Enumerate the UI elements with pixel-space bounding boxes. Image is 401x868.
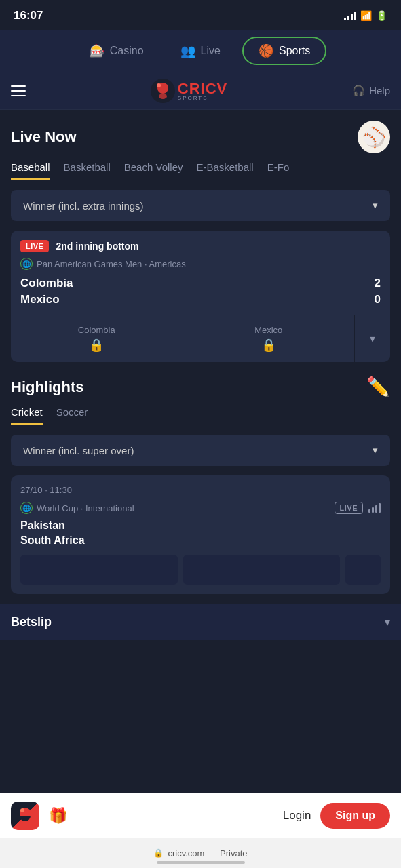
status-bar: 16:07 📶 🔋 [0,0,401,30]
highlights-winner-dropdown[interactable]: Winner (incl. super over) ▾ [11,435,390,466]
match-competition: 🌐 Pan American Games Men · Americas [20,258,381,270]
live-badge: LIVE [20,240,49,252]
tab-basketball[interactable]: Basketball [64,161,111,180]
betslip-bar[interactable]: Betslip ▾ [0,604,401,640]
highlight-right: LIVE [335,502,381,514]
match-teams: Colombia 2 Mexico 0 [20,277,381,307]
sports-tab[interactable]: 🏀 Sports [242,37,326,65]
home-indicator [157,861,245,864]
top-nav: 🎰 Casino 👥 Live 🏀 Sports [0,30,401,72]
odd-colombia-label: Colombia [78,325,115,335]
betslip-title: Betslip [11,615,52,629]
highlights-header: Highlights ✏️ [0,362,401,406]
odd-mexico[interactable]: Mexico 🔒 [183,315,356,362]
highlight-team1: Pakistan [20,519,381,532]
odd-colombia[interactable]: Colombia 🔒 [11,315,183,362]
headphones-icon: 🎧 [352,85,365,97]
signup-button[interactable]: Sign up [320,803,390,829]
highlight-odd-more[interactable] [345,555,381,585]
highlights-dropdown-label: Winner (incl. super over) [23,445,134,456]
highlight-comp-row: 🌐 World Cup · International LIVE [20,502,381,514]
highlight-competition: World Cup · International [37,503,134,513]
highlight-live-badge: LIVE [335,502,363,514]
highlights-tabs: Cricket Soccer [0,406,401,425]
odd-mexico-label: Mexico [254,325,282,335]
lock-icon-mexico: 🔒 [261,338,276,353]
sports-icon: 🏀 [259,43,273,58]
browser-private: — Private [208,848,247,859]
winner-dropdown[interactable]: Winner (incl. extra innings) ▾ [11,190,390,221]
team2-score: 0 [375,293,381,307]
highlight-odd-1[interactable] [20,555,178,585]
lock-icon-colombia: 🔒 [89,338,104,353]
casino-tab[interactable]: 🎰 Casino [75,38,159,64]
logo-icon [151,79,175,103]
lock-icon: 🔒 [153,848,164,858]
highlight-odd-2[interactable] [183,555,341,585]
highlights-title: Highlights [11,378,84,396]
main-content: Live Now ⚾ Baseball Basketball Beach Vol… [0,110,401,640]
more-odds-button[interactable]: ▾ [355,315,390,362]
highlight-match-card: 27/10 · 11:30 🌐 World Cup · Internationa… [11,475,390,594]
sports-tabs: Baseball Basketball Beach Volley E-Baske… [0,161,401,180]
browser-domain: cricv.com [168,848,204,859]
casino-icon: 🎰 [90,43,104,58]
pencil-icon: ✏️ [366,376,390,398]
signal-icon [344,11,356,20]
team2-row: Mexico 0 [20,293,381,307]
team1-score: 2 [375,277,381,290]
live-tab[interactable]: 👥 Live [166,38,235,64]
live-tab-label: Live [201,45,221,57]
gift-icon: 🎁 [49,807,67,825]
casino-tab-label: Casino [110,45,144,57]
highlight-team2: South Africa [20,534,381,547]
highlight-odds-row [20,555,381,585]
tab-e-fo[interactable]: E-Fo [267,161,290,180]
match-status: 2nd inning bottom [56,241,138,252]
status-time: 16:07 [14,9,43,22]
live-icon: 👥 [180,43,195,58]
live-now-header: Live Now ⚾ [0,110,401,161]
help-label: Help [369,85,390,96]
help-button[interactable]: 🎧 Help [352,85,390,97]
menu-button[interactable] [11,85,26,96]
globe-icon: 🌐 [20,258,33,270]
tab-beach-volley[interactable]: Beach Volley [124,161,183,180]
stats-icon [368,503,381,513]
live-now-title: Live Now [11,128,77,146]
app-icon [11,802,39,830]
highlight-teams: Pakistan South Africa [20,519,381,547]
team1-name: Colombia [20,277,73,290]
live-match-card: LIVE 2nd inning bottom 🌐 Pan American Ga… [11,231,390,362]
chevron-down-odds-icon: ▾ [370,332,375,345]
match-header: LIVE 2nd inning bottom [20,240,381,252]
logo: CRICV SPORTS [151,79,227,103]
highlight-comp-left: 🌐 World Cup · International [20,502,134,514]
login-button[interactable]: Login [283,809,311,823]
svg-point-3 [157,83,161,87]
tab-soccer[interactable]: Soccer [56,406,88,425]
match-odds: Colombia 🔒 Mexico 🔒 ▾ [11,315,390,362]
competition-name: Pan American Games Men · Americas [37,259,186,269]
auth-bar: 🎁 Login Sign up [0,793,401,838]
sports-tab-label: Sports [279,45,310,57]
chevron-down-highlights-icon: ▾ [373,444,378,456]
svg-point-2 [159,94,167,99]
header: CRICV SPORTS 🎧 Help [0,72,401,110]
team2-name: Mexico [20,293,60,307]
wifi-icon: 📶 [360,10,372,21]
globe-icon-highlight: 🌐 [20,502,33,514]
tab-cricket[interactable]: Cricket [11,406,43,425]
match-datetime: 27/10 · 11:30 [20,485,381,495]
battery-icon: 🔋 [376,10,387,21]
chevron-down-icon: ▾ [373,199,378,212]
tab-e-basketball[interactable]: E-Basketball [197,161,254,180]
betslip-chevron-icon: ▾ [385,616,390,629]
svg-point-5 [20,808,24,812]
tab-baseball[interactable]: Baseball [11,161,50,180]
status-icons: 📶 🔋 [344,10,387,21]
baseball-icon: ⚾ [358,121,390,153]
winner-dropdown-label: Winner (incl. extra innings) [23,200,144,212]
team1-row: Colombia 2 [20,277,381,290]
